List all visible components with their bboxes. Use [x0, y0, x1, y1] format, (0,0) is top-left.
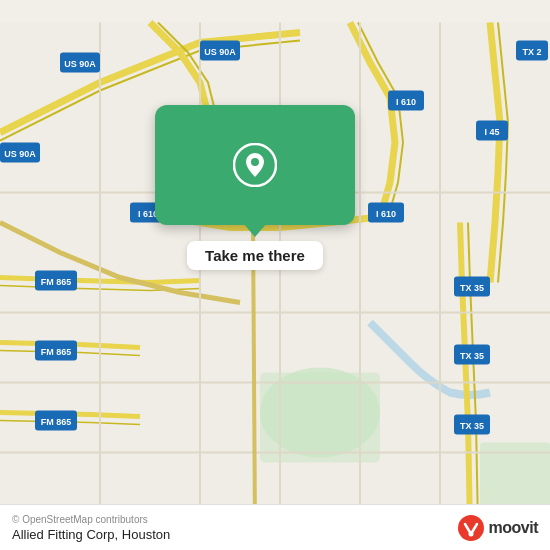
moovit-logo[interactable]: moovit	[457, 514, 538, 542]
svg-text:US 90A: US 90A	[4, 149, 36, 159]
svg-text:I 45: I 45	[484, 127, 499, 137]
bottom-bar-left: © OpenStreetMap contributors Allied Fitt…	[12, 514, 170, 542]
attribution-text: © OpenStreetMap contributors	[12, 514, 170, 525]
popup-tip	[243, 223, 267, 237]
map-background: US 90A US 90A US 90A I 610 I 610 I 610 I…	[0, 0, 550, 550]
svg-point-44	[251, 158, 259, 166]
svg-point-45	[458, 515, 484, 541]
svg-text:I 610: I 610	[396, 97, 416, 107]
location-label: Allied Fitting Corp, Houston	[12, 527, 170, 542]
svg-text:TX 35: TX 35	[460, 421, 484, 431]
moovit-logo-icon	[457, 514, 485, 542]
navigation-popup[interactable]: Take me there	[155, 105, 355, 270]
svg-text:TX 35: TX 35	[460, 283, 484, 293]
svg-text:I 610: I 610	[376, 209, 396, 219]
svg-point-46	[468, 531, 473, 536]
svg-rect-3	[260, 373, 380, 463]
svg-text:US 90A: US 90A	[204, 47, 236, 57]
map-container: US 90A US 90A US 90A I 610 I 610 I 610 I…	[0, 0, 550, 550]
svg-text:FM 865: FM 865	[41, 417, 72, 427]
moovit-label: moovit	[489, 519, 538, 537]
map-pin-icon	[233, 143, 277, 187]
popup-box[interactable]	[155, 105, 355, 225]
take-me-there-button[interactable]: Take me there	[187, 241, 323, 270]
svg-text:FM 865: FM 865	[41, 277, 72, 287]
bottom-bar: © OpenStreetMap contributors Allied Fitt…	[0, 504, 550, 550]
svg-text:TX 35: TX 35	[460, 351, 484, 361]
svg-text:TX 2: TX 2	[522, 47, 541, 57]
svg-text:FM 865: FM 865	[41, 347, 72, 357]
svg-text:US 90A: US 90A	[64, 59, 96, 69]
